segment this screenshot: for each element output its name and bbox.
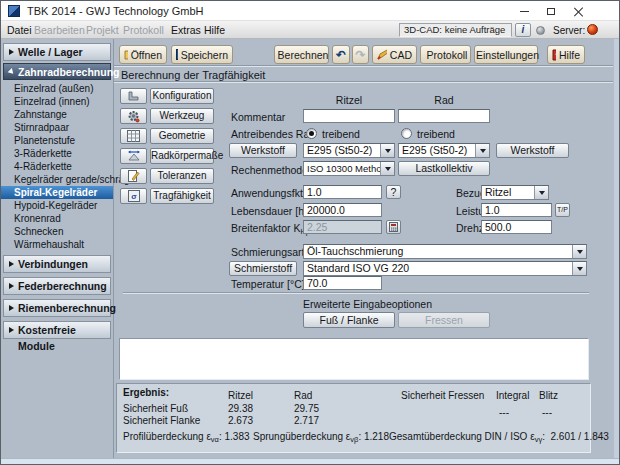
konfiguration-icon-button[interactable] [120, 88, 147, 104]
calculate-button[interactable]: Berechnen [274, 45, 329, 64]
sidebar-item-hypoid-kegelraeder[interactable]: Hypoid-Kegelräder [1, 199, 113, 212]
dropdown-arrow-icon[interactable] [380, 144, 394, 157]
lebensdauer-label: Lebensdauer [h] [231, 205, 307, 217]
radkoerpermasse-button[interactable]: Radkörpermaße [150, 148, 214, 164]
tolerances-icon [128, 170, 140, 182]
sidebar-item-zahnstange[interactable]: Zahnstange [1, 108, 113, 121]
werkstoff-ritzel-select[interactable]: E295 (St50-2) [303, 143, 395, 158]
help-button[interactable]: ? Hilfe [547, 45, 585, 64]
kommentar-ritzel-input[interactable] [303, 109, 395, 123]
drehzahl-input[interactable] [481, 220, 552, 234]
open-button[interactable]: Öffnen [119, 45, 167, 64]
anwendungsfaktor-help-button[interactable]: ? [386, 185, 401, 199]
radkoerpermasse-icon-button[interactable] [120, 148, 147, 164]
sidebar-item-waermehaushalt[interactable]: Wärmehaushalt [1, 238, 113, 251]
maximize-button[interactable] [538, 1, 564, 21]
schmierstoff-select[interactable]: Standard ISO VG 220 [303, 261, 587, 276]
sicherheit-flanke-label: Sicherheit Flanke [123, 415, 200, 426]
sidebar-item-kegelraeder[interactable]: Kegelräder gerade/schräg [1, 173, 113, 186]
form-divider [123, 292, 589, 294]
info-button[interactable]: i [515, 23, 531, 37]
sidebar-group-riemenberechnung[interactable]: Riemenberechnung [3, 299, 111, 317]
collapse-arrow-icon [9, 261, 14, 267]
sidebar-group-welle-lager[interactable]: Welle / Lager [3, 43, 111, 61]
dropdown-arrow-icon[interactable] [534, 186, 548, 199]
sidebar-group-federberechnung[interactable]: Federberechnung [3, 277, 111, 295]
treibend-rad-label: treibend [417, 128, 455, 140]
torque-power-toggle-button[interactable]: T/P [555, 203, 570, 217]
sidebar-item-planetenstufe[interactable]: Planetenstufe [1, 134, 113, 147]
open-folder-icon [124, 49, 128, 60]
treibend-rad-radio[interactable] [401, 128, 412, 139]
werkstoff-rad-select[interactable]: E295 (St50-2) [398, 143, 490, 158]
sidebar-group-zahnradberechnung[interactable]: Zahnradberechnung [3, 63, 111, 80]
dropdown-arrow-icon[interactable] [572, 262, 586, 275]
sidebar-item-3-raederkette[interactable]: 3-Räderkette [1, 147, 113, 160]
treibend-ritzel-radio[interactable] [306, 128, 317, 139]
anwendungsfaktor-input[interactable] [303, 185, 382, 199]
sidebar-item-stirnradpaar[interactable]: Stirnradpaar [1, 121, 113, 134]
close-button[interactable] [565, 1, 591, 21]
sidebar-item-einzelrad-innen[interactable]: Einzelrad (innen) [1, 95, 113, 108]
werkzeug-button[interactable]: Werkzeug [150, 108, 214, 124]
dropdown-arrow-icon[interactable] [572, 245, 586, 258]
collapse-arrow-icon [9, 305, 14, 311]
section-title: Berechnung der Tragfähigkeit [121, 69, 265, 81]
minimize-button[interactable] [511, 1, 537, 21]
toleranzen-button[interactable]: Toleranzen [150, 168, 214, 184]
sidebar-item-kronenrad[interactable]: Kronenrad [1, 212, 113, 225]
temperatur-input[interactable] [303, 276, 382, 290]
schmierstoff-button[interactable]: Schmierstoff [229, 261, 297, 276]
sidebar-item-einzelrad-aussen[interactable]: Einzelrad (außen) [1, 82, 113, 95]
toleranzen-icon-button[interactable] [120, 168, 147, 184]
breitenfaktor-calc-button[interactable] [386, 220, 401, 234]
werkstoff-ritzel-button[interactable]: Werkstoff [229, 143, 297, 158]
dropdown-arrow-icon[interactable] [380, 162, 394, 175]
sidebar-item-schnecken[interactable]: Schnecken [1, 225, 113, 238]
menu-bearbeiten[interactable]: Bearbeiten [34, 24, 85, 36]
tragfaehigkeit-button[interactable]: Tragfähigkeit [150, 188, 214, 204]
rechenmethode-select[interactable]: ISO 10300 Methode B1 [303, 161, 395, 176]
redo-button[interactable]: ↷ [352, 45, 369, 64]
undo-button[interactable]: ↶ [332, 45, 350, 64]
menu-protokoll[interactable]: Protokoll [123, 24, 164, 36]
fressen-button[interactable]: Fressen [398, 312, 490, 328]
schmierungsart-label: Schmierungsart [231, 246, 305, 258]
sidebar-item-4-raederkette[interactable]: 4-Räderkette [1, 160, 113, 173]
geometrie-button[interactable]: Geometrie [150, 128, 214, 144]
lebensdauer-input[interactable] [303, 203, 382, 217]
werkzeug-icon-button[interactable] [120, 108, 147, 124]
schmierstoff-value: Standard ISO VG 220 [304, 262, 572, 275]
sidebar-separator [113, 39, 114, 458]
konfiguration-button[interactable]: Konfiguration [150, 88, 214, 104]
sidebar-group-label: Riemenberechnung [18, 302, 116, 314]
menu-projekt[interactable]: Projekt [86, 24, 119, 36]
undo-icon: ↶ [336, 50, 346, 60]
kommentar-rad-input[interactable] [398, 109, 490, 123]
cad-button[interactable]: CAD [372, 45, 417, 64]
bezugsrad-select[interactable]: Ritzel [481, 185, 549, 200]
menu-extras[interactable]: Extras [171, 24, 201, 36]
expand-arrow-icon [8, 68, 16, 76]
protocol-button[interactable]: Protokoll [420, 45, 471, 64]
dropdown-arrow-icon[interactable] [475, 144, 489, 157]
menu-datei[interactable]: Datei [7, 24, 32, 36]
fuss-flanke-button[interactable]: Fuß / Flanke [303, 312, 395, 328]
sidebar-group-verbindungen[interactable]: Verbindungen [3, 255, 111, 273]
werkstoff-rad-button[interactable]: Werkstoff [496, 143, 569, 158]
settings-label: Einstellungen [476, 49, 539, 61]
geometrie-icon-button[interactable] [120, 128, 147, 144]
menu-hilfe[interactable]: Hilfe [204, 24, 225, 36]
settings-button[interactable]: Einstellungen [474, 45, 538, 64]
sidebar-group-kostenfreie-module[interactable]: Kostenfreie Module [3, 321, 111, 339]
temperatur-label: Temperatur [°C] [231, 278, 305, 290]
svg-text:σ: σ [131, 192, 137, 201]
sidebar-item-spiral-kegelraeder[interactable]: Spiral-Kegelräder [1, 186, 113, 199]
save-button[interactable]: Speichern [171, 45, 233, 64]
tragfaehigkeit-icon-button[interactable]: σ [120, 188, 147, 204]
schmierungsart-select[interactable]: Öl-Tauchschmierung [303, 244, 587, 259]
lastkollektiv-button[interactable]: Lastkollektiv [398, 161, 490, 176]
help-icon: ? [552, 49, 556, 61]
erweiterte-eingabeoptionen-label: Erweiterte Eingabeoptionen [303, 298, 432, 310]
leistung-input[interactable] [481, 203, 552, 217]
